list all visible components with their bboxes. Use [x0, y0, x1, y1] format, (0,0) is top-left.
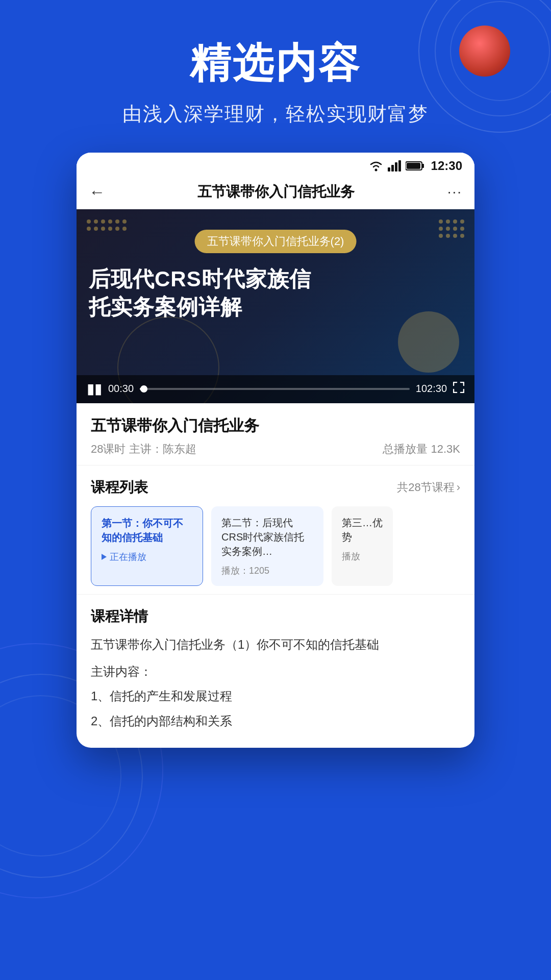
episode-card-2[interactable]: 第二节：后现代CRS时代家族信托实务案例… 播放：1205: [211, 506, 323, 586]
detail-item-1: 1、信托的产生和发展过程: [91, 686, 460, 707]
time-total: 102:30: [416, 383, 447, 395]
episode-card-3[interactable]: 第三…优势 播放: [332, 506, 393, 586]
battery-icon: [406, 161, 425, 171]
course-list-section: 课程列表 共28节课程 › 第一节：你不可不知的信托基础 正在播放 第二节：后现…: [77, 465, 474, 595]
detail-item-2: 2、信托的内部结构和关系: [91, 711, 460, 732]
course-list-link-text: 共28节课程: [397, 480, 454, 495]
svg-rect-3: [395, 162, 397, 172]
section-header: 课程列表 共28节课程 ›: [91, 478, 460, 497]
svg-rect-1: [388, 167, 390, 172]
svg-point-0: [374, 169, 377, 172]
video-episode-tag: 五节课带你入门信托业务(2): [195, 230, 357, 253]
video-dots-left: [87, 219, 127, 231]
svg-rect-4: [398, 160, 401, 172]
course-meta-left: 28课时 主讲：陈东超: [91, 442, 196, 457]
detail-description: 五节课带你入门信托业务（1）你不可不知的信托基础: [91, 634, 460, 655]
wifi-icon: [369, 160, 383, 172]
page-subtitle: 由浅入深学理财，轻松实现财富梦: [0, 101, 551, 127]
status-icons: [369, 160, 425, 172]
status-bar: 12:30: [77, 153, 474, 177]
episode-cards: 第一节：你不可不知的信托基础 正在播放 第二节：后现代CRS时代家族信托实务案例…: [91, 506, 460, 586]
status-time: 12:30: [431, 159, 462, 173]
episode-1-title: 第一节：你不可不知的信托基础: [102, 516, 192, 545]
chevron-right-icon: ›: [457, 481, 460, 494]
nav-title: 五节课带你入门信托业务: [197, 182, 355, 202]
player-controls: ▮▮ 00:30 102:30: [77, 375, 474, 403]
course-title: 五节课带你入门信托业务: [91, 415, 460, 436]
header-section: 精选内容 由浅入深学理财，轻松实现财富梦: [0, 0, 551, 153]
course-list-title: 课程列表: [91, 478, 148, 497]
more-button[interactable]: ···: [447, 184, 462, 200]
phone-mockup: 12:30 ← 五节课带你入门信托业务 ··· 五节课带你入门信托业务(2) 后…: [77, 153, 474, 748]
episode-1-playing-label: 正在播放: [102, 551, 192, 563]
video-title-line1: 后现代CRS时代家族信: [89, 267, 311, 291]
svg-rect-6: [422, 164, 424, 168]
video-dots-right: [439, 219, 464, 238]
episode-2-play-count: 播放：1205: [221, 565, 313, 577]
video-player: 五节课带你入门信托业务(2) 后现代CRS时代家族信 托实务案例详解 ▮▮ 00…: [77, 209, 474, 403]
course-detail-section: 课程详情 五节课带你入门信托业务（1）你不可不知的信托基础 主讲内容： 1、信托…: [77, 595, 474, 748]
svg-rect-7: [407, 163, 420, 169]
episode-3-play-count: 播放: [342, 550, 383, 562]
signal-icon: [387, 160, 402, 172]
course-meta-right: 总播放量 12.3K: [383, 442, 460, 457]
progress-bar-row: ▮▮ 00:30 102:30: [87, 380, 464, 397]
progress-thumb: [140, 385, 147, 393]
video-circle-decoration: [398, 311, 459, 373]
page-title: 精选内容: [0, 41, 551, 86]
back-button[interactable]: ←: [89, 183, 105, 202]
progress-track[interactable]: [140, 388, 410, 390]
course-meta: 28课时 主讲：陈东超 总播放量 12.3K: [91, 442, 460, 457]
episode-2-title: 第二节：后现代CRS时代家族信托实务案例…: [221, 516, 313, 558]
course-info: 五节课带你入门信托业务 28课时 主讲：陈东超 总播放量 12.3K: [77, 403, 474, 465]
playing-label-text: 正在播放: [110, 551, 146, 563]
play-triangle-icon: [102, 554, 107, 560]
video-title: 后现代CRS时代家族信 托实务案例详解: [89, 265, 462, 321]
pause-button[interactable]: ▮▮: [87, 380, 102, 397]
fullscreen-button[interactable]: [453, 382, 464, 396]
course-list-link[interactable]: 共28节课程 ›: [397, 480, 460, 495]
episode-3-title: 第三…优势: [342, 516, 383, 544]
detail-section-title: 课程详情: [91, 607, 460, 626]
detail-subtitle: 主讲内容：: [91, 664, 460, 680]
video-title-line2: 托实务案例详解: [89, 295, 242, 319]
time-current: 00:30: [108, 383, 134, 395]
nav-bar: ← 五节课带你入门信托业务 ···: [77, 177, 474, 209]
episode-card-1[interactable]: 第一节：你不可不知的信托基础 正在播放: [91, 506, 203, 586]
svg-rect-2: [391, 165, 394, 172]
